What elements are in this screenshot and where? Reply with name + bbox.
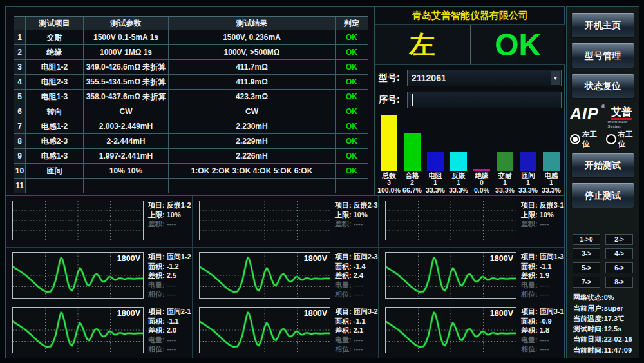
- scope-item-label: 项目: 匝间2-1: [148, 307, 191, 317]
- model-label: 型号:: [379, 72, 407, 84]
- scope-limit-label: 上限: 10%: [335, 210, 378, 220]
- cell-item: 电阻1-3: [26, 90, 83, 104]
- cell-param: CW: [84, 104, 168, 119]
- scope-voltage-label: 1800V: [490, 254, 513, 263]
- cell-judge: OK: [336, 119, 368, 133]
- station-radio-left[interactable]: 左工位: [570, 130, 600, 149]
- aip-logo-subtext: Instrument System: [608, 120, 636, 129]
- row-number: 11: [14, 179, 25, 193]
- radio-label: 左工位: [582, 130, 600, 149]
- chart-count-label: 1: [457, 179, 460, 187]
- station-indicator: 左: [375, 25, 470, 64]
- row-number: 4: [14, 75, 25, 89]
- cell-item: 转向: [26, 104, 83, 119]
- cell-result: 1:OK 2:OK 3:OK 4:OK 5:OK 6:OK: [169, 164, 335, 178]
- cell-judge: OK: [336, 134, 368, 148]
- scope-labels: 项目: 匝间1-3面积: -1.1差积: 1.9电量: ----相位: ----: [521, 252, 564, 302]
- chevron-down-icon[interactable]: ▼: [551, 71, 560, 85]
- cell-judge: OK: [336, 149, 368, 163]
- scope-voltage-label: 1800V: [304, 254, 327, 263]
- scope-limit-label: 上限: 10%: [148, 210, 191, 220]
- stop-test-button[interactable]: 停止测试: [571, 183, 634, 208]
- sidebar-spacer: [570, 211, 636, 234]
- status-reset-button[interactable]: 状态复位: [571, 74, 634, 99]
- chart-bar: [520, 152, 536, 171]
- scope-cell-wave: 1800V项目: 匝间2-3面积: -1.4差积: 2.4电量: ----相位:…: [192, 247, 378, 302]
- cell-param: 10% 10%: [84, 164, 168, 178]
- main-panel: 测试项目测试参数测试结果判定1交耐1500V 0.1-5mA 1s1500V, …: [5, 6, 565, 358]
- scope-area-label: 面积: -1.2: [148, 262, 191, 271]
- scope-item-label: 项目: 匝间1-2: [148, 252, 191, 262]
- station-radio-right[interactable]: 右工位: [606, 130, 636, 149]
- port-button[interactable]: 7->: [573, 277, 600, 288]
- chart-count-label: 2: [410, 179, 414, 187]
- scope-diff-label: 差积: 2.1: [335, 326, 378, 335]
- scope-phase-label: 相位: ----: [335, 289, 378, 299]
- port-button[interactable]: 1->0: [573, 234, 600, 245]
- status-column: 青岛艾普智能仪器有限公司 左 OK 型号: 2112061 ▼ 序号: 总数31…: [374, 7, 565, 195]
- home-button[interactable]: 开机主页: [571, 13, 634, 38]
- port-button[interactable]: 2->: [605, 234, 633, 245]
- chart-count-label: 1: [503, 179, 507, 187]
- model-manage-button[interactable]: 型号管理: [571, 43, 634, 68]
- cell-item: 交耐: [26, 30, 83, 44]
- scope-labels: 项目: 匝间2-1面积: -1.1差积: 2.0电量: ----相位: ----: [148, 307, 191, 358]
- start-test-button[interactable]: 开始测试: [571, 153, 634, 178]
- scope-labels: 项目: 匝间1-2面积: -1.2差积: 2.5电量: ----相位: ----: [148, 252, 191, 302]
- port-button[interactable]: 4->: [605, 248, 633, 259]
- radio-icon: [606, 134, 616, 144]
- scope-plot: 1800V: [199, 307, 330, 353]
- cell-param: 1500V 0.1-5mA 1s: [84, 30, 168, 44]
- chart-slot: 合格266.7%: [401, 133, 423, 194]
- radio-label: 右工位: [618, 130, 636, 149]
- chart-percent-label: 33.3%: [518, 187, 538, 195]
- scope-item-label: 项目: 反嵌1-2: [148, 201, 191, 210]
- scope-diff-label: 差积: 2.0: [148, 326, 191, 335]
- model-combo[interactable]: 2112061 ▼: [407, 70, 562, 86]
- column-header: 测试项目: [26, 17, 83, 30]
- chart-percent-label: 66.7%: [402, 187, 422, 195]
- chart-slot: 匝间133.3%: [517, 152, 539, 194]
- scope-plot: 1800V: [12, 252, 144, 299]
- serial-input[interactable]: [407, 92, 562, 108]
- cell-result: 423.3mΩ: [169, 90, 335, 104]
- row-number: 6: [14, 104, 25, 119]
- port-grid: 1->02->3->4->5->6->7->8->: [570, 234, 636, 288]
- chart-slot: 交耐133.3%: [494, 152, 516, 194]
- overall-result: OK: [470, 25, 566, 64]
- result-row: 左 OK: [375, 25, 565, 65]
- cell-item: 电感1-2: [26, 119, 83, 133]
- cell-param: 1000V 1MΩ 1s: [84, 45, 168, 59]
- cell-item: 电感2-3: [26, 134, 83, 148]
- scope-limit-label: 上限: 10%: [521, 210, 564, 220]
- scope-item-label: 项目: 反嵌3-1: [521, 201, 564, 210]
- scope-plot: 1800V: [385, 307, 516, 353]
- cell-result: CW: [169, 104, 335, 119]
- cell-param: 1.997-2.441mH: [84, 149, 168, 163]
- scope-area-label: 面积: -0.9: [521, 317, 564, 326]
- cell-param: 355.5-434.5mΩ 未折算: [84, 75, 168, 89]
- column-header: 测试参数: [84, 17, 168, 30]
- scope-voltage-label: 1800V: [117, 309, 140, 318]
- port-button[interactable]: 8->: [605, 277, 633, 288]
- scope-cell-wave: 1800V项目: 匝间1-2面积: -1.2差积: 2.5电量: ----相位:…: [6, 247, 192, 302]
- scope-phase-label: 相位: ----: [521, 344, 564, 354]
- scope-diff-label: 差积: ----: [335, 219, 378, 229]
- port-button[interactable]: 5->: [573, 262, 600, 273]
- scope-plot: 1800V: [199, 252, 330, 299]
- scope-item-label: 项目: 匝间2-3: [335, 252, 378, 262]
- scope-cell-wave: 1800V项目: 匝间1-3面积: -1.1差积: 1.9电量: ----相位:…: [378, 247, 564, 302]
- status-line: 网络状态:0%: [573, 292, 636, 302]
- chart-count-label: 1: [526, 179, 530, 187]
- scope-plot: 1800V: [12, 307, 144, 353]
- scope-item-label: 项目: 匝间3-1: [521, 307, 564, 317]
- chart-slot: 反嵌133.3%: [448, 152, 469, 194]
- scope-voltage-label: 1800V: [304, 309, 327, 318]
- scope-area-label: 面积: -1.1: [521, 262, 564, 271]
- port-button[interactable]: 6->: [605, 262, 633, 273]
- port-button[interactable]: 3->: [573, 248, 600, 259]
- scope-item-label: 项目: 匝间1-3: [521, 252, 564, 262]
- scope-plot: [199, 201, 330, 240]
- cell-param: [84, 179, 168, 193]
- serial-row: 序号:: [379, 91, 562, 109]
